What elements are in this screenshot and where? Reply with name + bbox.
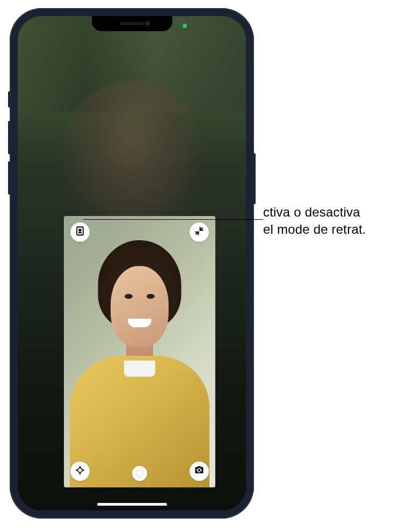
flip-camera-icon (194, 465, 205, 478)
camera-active-indicator (183, 24, 187, 28)
callout-text-line-1: ctiva o desactiva (263, 204, 408, 221)
portrait-mode-icon (75, 226, 85, 239)
speaker-slot (120, 22, 144, 25)
svg-point-1 (79, 229, 81, 232)
flip-camera-button[interactable] (190, 462, 209, 481)
front-camera-dot (145, 21, 150, 26)
home-indicator[interactable] (97, 503, 167, 506)
display-notch (92, 16, 172, 31)
capture-photo-button[interactable] (132, 466, 147, 481)
annotation-callout: ctiva o desactiva el mode de retrat. (263, 204, 408, 239)
minimize-pip-button[interactable] (190, 222, 209, 242)
volume-up-button (8, 121, 10, 154)
effects-star-icon (75, 465, 85, 478)
iphone-device-frame (10, 8, 254, 519)
power-button (253, 153, 256, 204)
effects-button[interactable] (70, 462, 90, 481)
callout-text-line-2: el mode de retrat. (263, 221, 408, 238)
volume-down-button (8, 161, 10, 195)
self-view-person (91, 240, 188, 477)
silent-switch (8, 91, 10, 107)
portrait-mode-button[interactable] (70, 222, 90, 242)
self-view-pip[interactable] (64, 216, 215, 487)
phone-screen (18, 16, 246, 511)
callout-leader-line (83, 219, 263, 220)
minimize-icon (194, 226, 205, 239)
